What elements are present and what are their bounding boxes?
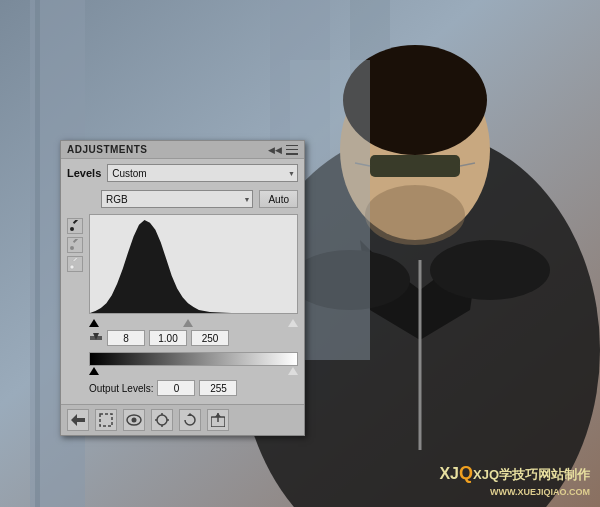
svg-point-22 bbox=[70, 265, 74, 269]
refresh-icon bbox=[183, 413, 197, 427]
selection-button[interactable] bbox=[95, 409, 117, 431]
input-sliders bbox=[61, 316, 304, 328]
wand-button[interactable] bbox=[151, 409, 173, 431]
svg-point-30 bbox=[157, 415, 167, 425]
gamma-input[interactable] bbox=[149, 330, 187, 346]
output-black-input[interactable] bbox=[157, 380, 195, 396]
input-values-row bbox=[61, 328, 304, 350]
tools-histogram-area bbox=[61, 212, 304, 316]
histogram-svg bbox=[90, 215, 297, 313]
rgb-auto-row: RGB ▼ Auto bbox=[61, 187, 304, 212]
svg-rect-6 bbox=[370, 155, 460, 177]
input-triangle-row bbox=[89, 318, 298, 328]
channel-select[interactable]: RGB bbox=[101, 190, 253, 208]
back-button[interactable] bbox=[67, 409, 89, 431]
gray-eyedropper-icon bbox=[69, 239, 81, 251]
output-label-row: Output Levels: bbox=[61, 378, 304, 400]
white-eyedropper-button[interactable] bbox=[67, 256, 83, 272]
output-white-slider[interactable] bbox=[288, 367, 298, 375]
levels-label: Levels bbox=[67, 167, 101, 179]
watermark-q: Q bbox=[459, 463, 473, 483]
black-point-slider[interactable] bbox=[89, 319, 99, 327]
black-eyedropper-icon bbox=[69, 220, 81, 232]
channel-select-wrapper: RGB ▼ bbox=[101, 190, 253, 208]
collapse-icon[interactable]: ◀◀ bbox=[268, 145, 282, 155]
white-point-input[interactable] bbox=[191, 330, 229, 346]
output-gradient-bar bbox=[89, 352, 298, 366]
histogram bbox=[89, 214, 298, 314]
wand-icon bbox=[155, 413, 169, 427]
watermark: XJQXJQ学技巧网站制作 WWW.XUEJIQIAO.COM bbox=[439, 461, 590, 499]
output-triangle-row bbox=[89, 366, 298, 376]
svg-point-18 bbox=[70, 227, 74, 231]
back-arrow-icon bbox=[71, 414, 85, 426]
svg-rect-21 bbox=[73, 258, 79, 262]
watermark-brand: XJQXJQ学技巧网站制作 bbox=[439, 461, 590, 486]
panel-menu-button[interactable] bbox=[286, 145, 298, 155]
white-point-slider[interactable] bbox=[288, 319, 298, 327]
svg-rect-19 bbox=[73, 239, 79, 243]
bottom-toolbar bbox=[61, 404, 304, 435]
output-levels-label: Output Levels: bbox=[89, 383, 153, 394]
watermark-xjq: XJ bbox=[439, 465, 459, 482]
midpoint-slider[interactable] bbox=[183, 319, 193, 327]
share-icon bbox=[211, 413, 225, 427]
svg-rect-15 bbox=[35, 0, 40, 507]
black-point-input[interactable] bbox=[107, 330, 145, 346]
svg-point-20 bbox=[70, 246, 74, 250]
svg-marker-38 bbox=[215, 413, 221, 417]
eye-icon bbox=[126, 414, 142, 426]
svg-marker-26 bbox=[71, 414, 85, 426]
preset-select[interactable]: Custom bbox=[107, 164, 298, 182]
watermark-text: XJQ学技巧网站制作 bbox=[473, 467, 590, 482]
black-eyedropper-button[interactable] bbox=[67, 218, 83, 234]
selection-icon bbox=[99, 413, 113, 427]
svg-point-29 bbox=[132, 418, 137, 423]
watermark-url: WWW.XUEJIQIAO.COM bbox=[439, 486, 590, 499]
svg-marker-35 bbox=[187, 413, 193, 416]
svg-rect-17 bbox=[73, 220, 79, 224]
preset-select-wrapper: Custom ▼ bbox=[107, 164, 298, 182]
levels-row: Levels Custom ▼ bbox=[61, 159, 304, 187]
panel-title: ADJUSTMENTS bbox=[67, 144, 148, 155]
refresh-button[interactable] bbox=[179, 409, 201, 431]
auto-button[interactable]: Auto bbox=[259, 190, 298, 208]
eyedroppers-group bbox=[67, 214, 83, 314]
eye-button[interactable] bbox=[123, 409, 145, 431]
output-white-input[interactable] bbox=[199, 380, 237, 396]
input-level-icon bbox=[89, 331, 103, 345]
svg-point-12 bbox=[430, 240, 550, 300]
share-button[interactable] bbox=[207, 409, 229, 431]
output-black-slider[interactable] bbox=[89, 367, 99, 375]
panel-header: ADJUSTMENTS ◀◀ bbox=[61, 141, 304, 159]
output-section bbox=[61, 350, 304, 378]
white-eyedropper-icon bbox=[69, 258, 81, 270]
svg-point-13 bbox=[365, 185, 465, 245]
svg-rect-27 bbox=[100, 414, 112, 426]
gray-eyedropper-button[interactable] bbox=[67, 237, 83, 253]
